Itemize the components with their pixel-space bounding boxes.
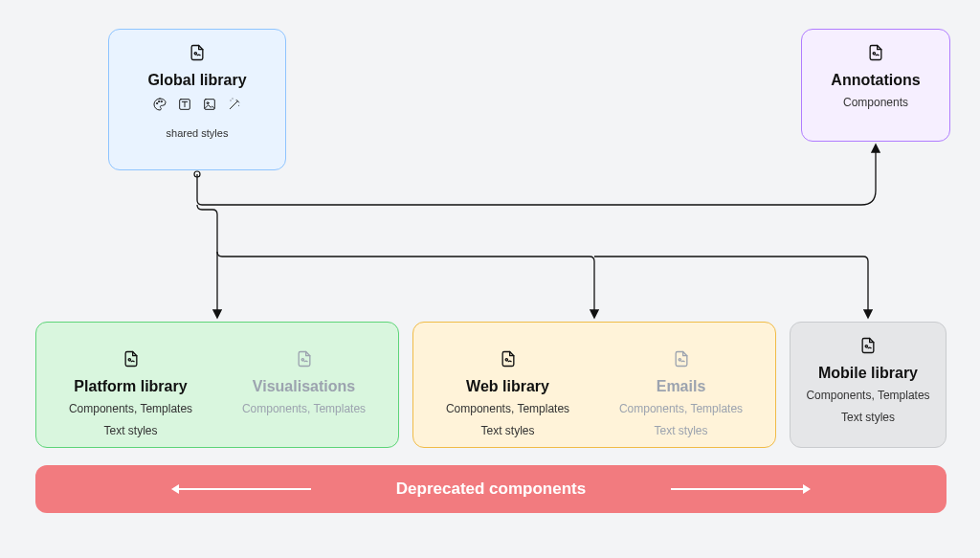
file-icon: [295, 349, 314, 372]
web-title: Web library: [427, 378, 589, 395]
svg-point-8: [873, 53, 875, 55]
web-group-card: Web library Components, Templates Text s…: [412, 322, 776, 448]
mobile-card: Mobile library Components, Templates Tex…: [790, 322, 947, 448]
emails-title: Emails: [600, 378, 762, 395]
file-icon: [866, 43, 885, 66]
svg-point-1: [194, 53, 196, 55]
svg-point-4: [161, 100, 162, 101]
visualisations-title: Visualisations: [223, 378, 385, 395]
diagram-canvas: Global library shared styles Annotations…: [0, 0, 980, 558]
svg-point-11: [505, 359, 507, 361]
svg-point-12: [679, 359, 680, 361]
file-icon: [672, 349, 691, 372]
deprecated-bar: Deprecated components: [35, 465, 947, 513]
platform-column: Platform library Components, Templates T…: [44, 336, 217, 435]
svg-point-2: [156, 102, 157, 103]
text-frame-icon: [177, 97, 192, 116]
file-icon: [499, 349, 518, 372]
mobile-sub2: Text styles: [798, 410, 938, 426]
platform-sub1: Components, Templates: [50, 401, 212, 417]
platform-title: Platform library: [50, 378, 212, 395]
web-sub2: Text styles: [427, 423, 589, 439]
global-shared-styles: shared styles: [117, 127, 278, 139]
annotations-card: Annotations Components: [801, 29, 950, 142]
svg-point-10: [301, 359, 303, 361]
svg-point-0: [194, 171, 200, 177]
arrow-left-icon: [177, 488, 311, 490]
svg-point-9: [128, 359, 130, 361]
visualisations-column: Visualisations Components, Templates: [217, 336, 390, 435]
web-sub1: Components, Templates: [427, 401, 589, 417]
emails-sub1: Components, Templates: [600, 401, 762, 417]
annotations-title: Annotations: [810, 72, 942, 89]
image-icon: [202, 97, 217, 116]
platform-sub2: Text styles: [50, 423, 212, 439]
file-icon: [122, 349, 141, 372]
svg-rect-6: [205, 100, 215, 110]
svg-point-7: [207, 102, 209, 104]
mobile-title: Mobile library: [798, 365, 938, 382]
arrow-right-icon: [671, 488, 805, 490]
web-column: Web library Components, Templates Text s…: [421, 336, 594, 435]
file-icon: [188, 43, 207, 66]
palette-icon: [152, 97, 167, 116]
platform-group-card: Platform library Components, Templates T…: [35, 322, 399, 448]
emails-column: Emails Components, Templates Text styles: [594, 336, 768, 435]
emails-sub2: Text styles: [600, 423, 762, 439]
svg-point-3: [158, 100, 159, 101]
visualisations-sub: Components, Templates: [223, 401, 385, 417]
wand-icon: [227, 97, 242, 116]
global-library-title: Global library: [117, 72, 278, 89]
annotations-sub: Components: [810, 95, 942, 111]
file-icon: [858, 336, 878, 359]
global-micro-icons: [117, 97, 278, 116]
deprecated-label: Deprecated components: [396, 480, 586, 499]
svg-point-13: [865, 346, 867, 347]
global-library-card: Global library shared styles: [108, 29, 286, 170]
mobile-sub1: Components, Templates: [798, 388, 938, 404]
